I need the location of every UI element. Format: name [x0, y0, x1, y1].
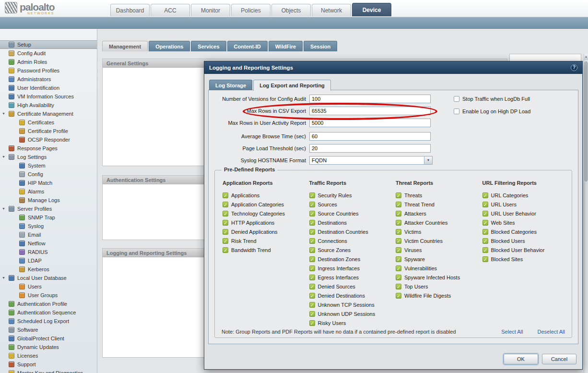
report-item-url-user-behavior[interactable]: ✓URL User Behavior: [482, 209, 569, 218]
checked-checkbox-icon[interactable]: ✓: [396, 193, 401, 198]
checked-checkbox-icon[interactable]: ✓: [396, 275, 401, 280]
sidebar-item-authentication-profile[interactable]: Authentication Profile: [0, 300, 97, 308]
report-item-security-rules[interactable]: ✓Security Rules: [309, 191, 396, 200]
checked-checkbox-icon[interactable]: ✓: [482, 193, 488, 198]
report-item-unknown-udp-sessions[interactable]: ✓Unknown UDP Sessions: [309, 309, 396, 318]
sidebar-item-ldap[interactable]: LDAP: [0, 256, 97, 265]
report-item-threats[interactable]: ✓Threats: [396, 191, 482, 200]
report-item-ingress-interfaces[interactable]: ✓Ingress Interfaces: [309, 264, 396, 273]
sidebar-item-globalprotect-client[interactable]: GlobalProtect Client: [0, 334, 97, 343]
checked-checkbox-icon[interactable]: ✓: [396, 256, 401, 262]
report-item-threat-trend[interactable]: ✓Threat Trend: [396, 200, 482, 209]
sidebar-item-master-key-and-diagnostics[interactable]: Master Key and Diagnostics: [0, 369, 97, 373]
report-item-wildfire-file-digests[interactable]: ✓Wildfire File Digests: [396, 291, 482, 300]
report-item-http-applications[interactable]: ✓HTTP Applications: [223, 218, 309, 227]
unchecked-checkbox[interactable]: [454, 108, 459, 114]
checked-checkbox-icon[interactable]: ✓: [309, 220, 315, 226]
sidebar-item-high-availability[interactable]: High Availability: [0, 101, 97, 109]
report-item-url-users[interactable]: ✓URL Users: [482, 200, 569, 209]
checked-checkbox-icon[interactable]: ✓: [396, 238, 401, 244]
sidebar-item-vm-information-sources[interactable]: VM Information Sources: [0, 92, 97, 101]
sidebar-item-radius[interactable]: RADIUS: [0, 248, 97, 256]
report-item-bandwidth-trend[interactable]: ✓Bandwidth Trend: [223, 245, 309, 254]
sidebar-item-setup[interactable]: Setup: [0, 40, 97, 49]
chevron-down-icon[interactable]: ▼: [424, 156, 432, 164]
sidebar-item-software[interactable]: Software: [0, 325, 97, 334]
checked-checkbox-icon[interactable]: ✓: [223, 193, 228, 198]
sidebar-item-admin-roles[interactable]: Admin Roles: [0, 58, 97, 66]
help-icon[interactable]: ?: [571, 64, 577, 71]
checked-checkbox-icon[interactable]: ✓: [309, 238, 315, 244]
checked-checkbox-icon[interactable]: ✓: [396, 211, 401, 217]
sidebar-item-config-audit[interactable]: Config Audit: [0, 49, 97, 58]
checked-checkbox-icon[interactable]: ✓: [309, 256, 315, 262]
sidebar-item-hip-match[interactable]: HIP Match: [0, 179, 97, 187]
field-input-page-load-threshold-sec[interactable]: [309, 144, 431, 153]
ok-button[interactable]: OK: [504, 354, 538, 364]
field-input-number-of-versions-for-config-audit[interactable]: [309, 95, 431, 103]
expand-arrow-icon[interactable]: ▼: [2, 155, 5, 158]
field-select-syslog-hostname-format[interactable]: FQDN▼: [309, 156, 433, 165]
expand-arrow-icon[interactable]: ▼: [2, 276, 5, 279]
checked-checkbox-icon[interactable]: ✓: [223, 229, 228, 235]
nav-tab-network[interactable]: Network: [312, 4, 351, 16]
checked-checkbox-icon[interactable]: ✓: [482, 220, 488, 226]
sidebar-item-user-identification[interactable]: User Identification: [0, 84, 97, 92]
report-item-denied-destinations[interactable]: ✓Denied Destinations: [309, 291, 396, 300]
nav-tab-objects[interactable]: Objects: [271, 4, 311, 16]
nav-tab-monitor[interactable]: Monitor: [191, 4, 230, 16]
nav-tab-dashboard[interactable]: Dashboard: [110, 4, 150, 16]
sidebar-item-ocsp-responder[interactable]: OCSP Responder: [0, 135, 97, 144]
sidebar-item-config[interactable]: Config: [0, 170, 97, 179]
scroll-up-icon[interactable]: ▲: [584, 54, 588, 60]
sidebar-item-administrators[interactable]: Administrators: [0, 75, 97, 84]
report-item-attacker-countries[interactable]: ✓Attacker Countries: [396, 218, 482, 227]
report-item-denied-sources[interactable]: ✓Denied Sources: [309, 282, 396, 291]
report-item-destination-countries[interactable]: ✓Destination Countries: [309, 227, 396, 236]
sidebar-item-response-pages[interactable]: Response Pages: [0, 144, 97, 153]
checked-checkbox-icon[interactable]: ✓: [482, 229, 488, 235]
report-item-sources[interactable]: ✓Sources: [309, 200, 396, 209]
checked-checkbox-icon[interactable]: ✓: [309, 211, 315, 217]
sidebar-item-snmp-trap[interactable]: SNMP Trap: [0, 213, 97, 222]
sidebar-item-password-profiles[interactable]: Password Profiles: [0, 66, 97, 75]
report-item-web-sites[interactable]: ✓Web Sites: [482, 218, 569, 227]
select-all-link[interactable]: Select All: [501, 329, 523, 335]
checked-checkbox-icon[interactable]: ✓: [309, 311, 315, 317]
sidebar-item-user-groups[interactable]: User Groups: [0, 291, 97, 300]
report-item-risky-users[interactable]: ✓Risky Users: [309, 318, 396, 327]
checked-checkbox-icon[interactable]: ✓: [396, 293, 401, 299]
checked-checkbox-icon[interactable]: ✓: [309, 193, 315, 198]
sidebar-item-users[interactable]: Users: [0, 282, 97, 291]
report-item-egress-interfaces[interactable]: ✓Egress Interfaces: [309, 273, 396, 282]
checked-checkbox-icon[interactable]: ✓: [309, 229, 315, 235]
tab-wildfire[interactable]: WildFire: [269, 41, 303, 51]
sidebar-item-email[interactable]: Email: [0, 230, 97, 239]
report-item-destinations[interactable]: ✓Destinations: [309, 218, 396, 227]
sidebar-item-licenses[interactable]: Licenses: [0, 351, 97, 360]
report-item-victims[interactable]: ✓Victims: [396, 227, 482, 236]
sidebar-item-certificate-profile[interactable]: Certificate Profile: [0, 127, 97, 135]
checked-checkbox-icon[interactable]: ✓: [223, 247, 228, 253]
checked-checkbox-icon[interactable]: ✓: [482, 256, 488, 262]
modal-tab-log-storage[interactable]: Log Storage: [209, 80, 252, 90]
report-item-denied-applications[interactable]: ✓Denied Applications: [223, 227, 309, 236]
report-item-spyware-infected-hosts[interactable]: ✓Spyware Infected Hosts: [396, 273, 482, 282]
report-item-victim-countries[interactable]: ✓Victim Countries: [396, 236, 482, 245]
tab-services[interactable]: Services: [191, 41, 226, 51]
modal-tab-log-export-and-reporting[interactable]: Log Export and Reporting: [253, 80, 331, 91]
sidebar-item-certificate-management[interactable]: ▼Certificate Management: [0, 109, 97, 118]
report-item-url-categories[interactable]: ✓URL Categories: [482, 191, 569, 200]
report-item-blocked-categories[interactable]: ✓Blocked Categories: [482, 227, 569, 236]
checked-checkbox-icon[interactable]: ✓: [396, 265, 401, 271]
checkbox-row-enable-log-on-high-dp-load[interactable]: Enable Log on High DP Load: [454, 107, 530, 116]
field-input-max-rows-in-user-activity-report[interactable]: [309, 119, 431, 127]
nav-tab-device[interactable]: Device: [352, 3, 391, 16]
expand-arrow-icon[interactable]: ▼: [2, 207, 5, 210]
sidebar-item-log-settings[interactable]: ▼Log Settings: [0, 153, 97, 161]
report-item-risk-trend[interactable]: ✓Risk Trend: [223, 236, 309, 245]
sidebar-item-server-profiles[interactable]: ▼Server Profiles: [0, 205, 97, 213]
report-item-vulnerabilities[interactable]: ✓Vulnerabilities: [396, 264, 482, 273]
tab-operations[interactable]: Operations: [149, 41, 190, 51]
checked-checkbox-icon[interactable]: ✓: [309, 293, 315, 299]
